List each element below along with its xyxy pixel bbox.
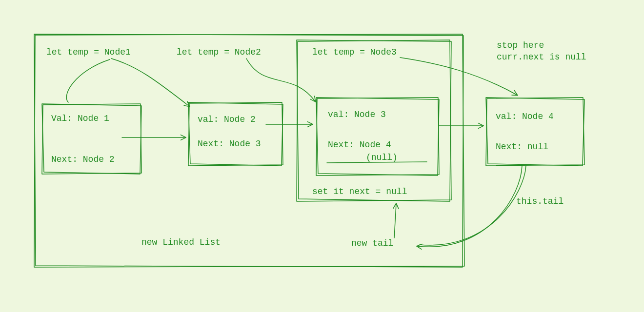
set-next-null-label: set it next = null	[312, 187, 407, 196]
temp3-curve	[400, 58, 517, 95]
node3-highlight	[297, 40, 451, 201]
node3-next: Next: Node 4	[328, 140, 391, 150]
temp1-curve	[66, 58, 189, 106]
node4-next: Next: null	[496, 142, 548, 152]
node3-next-extra: (null)	[366, 153, 398, 162]
temp-label-3: let temp = Node3	[312, 47, 397, 57]
node-3: val: Node 3 Next: Node 4 (null)	[316, 98, 439, 176]
new-tail-label: new tail	[351, 238, 393, 248]
linked-list-title: new Linked List	[141, 237, 221, 247]
this-tail-label: this.tail	[516, 196, 564, 206]
node-4: val: Node 4 Next: null	[486, 98, 584, 166]
node-1: Val: Node 1 Next: Node 2	[42, 104, 141, 174]
temp-label-2: let temp = Node2	[177, 47, 261, 57]
temp2-curve	[246, 58, 315, 101]
linked-list-container	[34, 34, 464, 267]
node3-val: val: Node 3	[328, 110, 386, 119]
temp-label-1: let temp = Node1	[46, 47, 131, 57]
node4-val: val: Node 4	[496, 112, 554, 121]
curr-next-null-label: curr.next is null	[497, 52, 586, 62]
this-tail-curve	[417, 166, 526, 247]
node1-next: Next: Node 2	[51, 155, 115, 164]
node2-next: Next: Node 3	[198, 139, 261, 149]
stop-here-label: stop here	[497, 40, 544, 50]
node-2: val: Node 2 Next: Node 3	[188, 102, 283, 166]
node2-val: val: Node 2	[198, 115, 256, 124]
node1-val: Val: Node 1	[51, 114, 109, 123]
new-tail-arrow	[394, 204, 396, 238]
linked-list-diagram: let temp = Node1 let temp = Node2 let te…	[0, 0, 644, 312]
